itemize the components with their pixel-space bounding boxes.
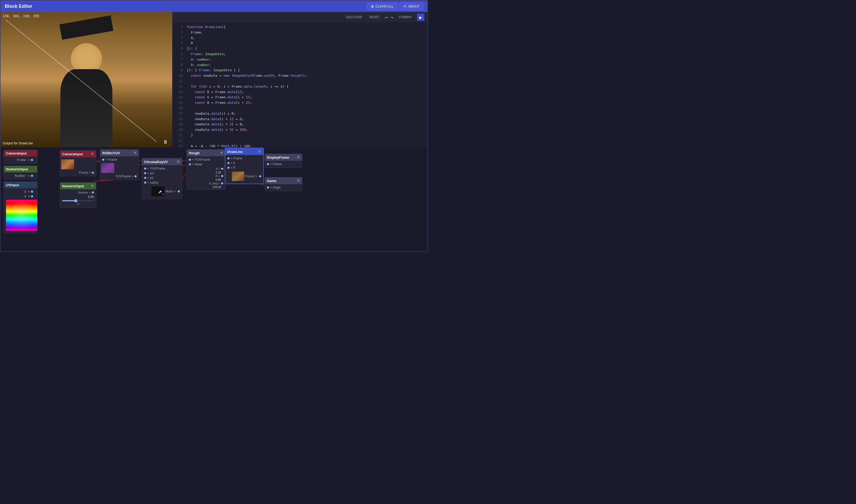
port-dot bbox=[135, 175, 137, 177]
numeric-slider-thumb[interactable] bbox=[74, 199, 77, 202]
code-line-9: 9 }): { Frame: ImageData } { bbox=[172, 68, 427, 73]
camera-input-header[interactable]: CameraInput ✕ bbox=[60, 150, 96, 157]
camera-frame-output: Frame > bbox=[60, 170, 96, 175]
rgbtoyuv-thumb bbox=[101, 163, 114, 173]
undo-button[interactable]: ↩ bbox=[385, 15, 388, 20]
camera-input-close[interactable]: ✕ bbox=[91, 152, 94, 156]
drawline-close[interactable]: ✕ bbox=[258, 149, 261, 154]
drawline-block[interactable]: DrawLine ✕ < Frame < A < R bbox=[225, 148, 264, 184]
code-toolbar: SOLUTION RESET ↩ ↪ FORMAT ▶ bbox=[172, 12, 427, 22]
displayframe-block[interactable]: DisplayFrame ✕ < Frame bbox=[265, 154, 302, 168]
block-palette: CameraInput Frame > NumericInput Number … bbox=[4, 150, 37, 233]
hough-close[interactable]: ✕ bbox=[220, 151, 223, 155]
header-buttons: ⊠ CLEAR ALL ↺ ABOUT bbox=[367, 3, 423, 10]
app-container: Block Editor ⊠ CLEAR ALL ↺ ABOUT bbox=[0, 0, 428, 252]
about-button[interactable]: ↺ ABOUT bbox=[399, 3, 423, 10]
code-line-23: 23 A = -A - (90 * Math.PI) / 180; bbox=[172, 144, 427, 147]
numeric-input-body: Number > 9.00 9 bbox=[60, 189, 96, 208]
block-title: DisplayFrame bbox=[267, 156, 289, 159]
hough-adeg-output: A_Deg > bbox=[187, 181, 225, 185]
port-dot bbox=[221, 168, 223, 170]
game-close[interactable]: ✕ bbox=[297, 179, 300, 183]
game-header[interactable]: Game ✕ bbox=[265, 177, 302, 184]
port-dot bbox=[144, 167, 146, 169]
numeric-input-block[interactable]: NumericInput ✕ Number > 9.00 bbox=[60, 182, 96, 208]
drawline-header[interactable]: DrawLine ✕ bbox=[225, 148, 263, 155]
block-title: RGBtoYUV bbox=[102, 151, 120, 155]
numeric-input-close[interactable]: ✕ bbox=[91, 184, 94, 188]
code-panel: SOLUTION RESET ↩ ↪ FORMAT ▶ 1 function D… bbox=[172, 12, 427, 147]
palette-camera-input[interactable]: CameraInput Frame > bbox=[4, 150, 37, 164]
port-dot bbox=[92, 172, 94, 174]
chromakeyuv-header[interactable]: ChromaKeyUV ✕ bbox=[142, 158, 182, 165]
hough-a-value: 2.20 bbox=[187, 171, 225, 174]
code-line-4: 4 R bbox=[172, 40, 427, 46]
code-line-16: 16 bbox=[172, 106, 427, 111]
chromakeyuv-mask-thumb bbox=[151, 186, 164, 196]
code-line-12: 12 for (let i = 0; i < Frame.data.length… bbox=[172, 84, 427, 89]
palette-numeric-header: NumericInput bbox=[4, 166, 37, 173]
hough-block[interactable]: Hough ✕ < YUVFrame < Mask A > bbox=[186, 149, 226, 190]
redo-button[interactable]: ↪ bbox=[391, 15, 394, 20]
code-line-8: 8 R: number; bbox=[172, 62, 427, 68]
block-title: DrawLine bbox=[227, 150, 243, 154]
rgbtoyuv-block[interactable]: RGBtoYUV ✕ < Frame YUVFrame > bbox=[100, 149, 139, 180]
main-content: 138, 102, 150, 255 Output for DrawLine ⏸… bbox=[1, 12, 427, 251]
port-dot bbox=[227, 167, 230, 169]
block-title: Game bbox=[267, 179, 276, 183]
uv-color-picker[interactable] bbox=[6, 200, 35, 231]
rgbtoyuv-header[interactable]: RGBtoYUV ✕ bbox=[100, 149, 139, 156]
block-title: CameraInput bbox=[62, 152, 83, 156]
palette-uv-body: U > V > bbox=[4, 188, 37, 233]
port-dot bbox=[92, 192, 94, 194]
port-dot bbox=[267, 163, 269, 165]
displayframe-header[interactable]: DisplayFrame ✕ bbox=[265, 154, 302, 161]
numeric-input-header[interactable]: NumericInput ✕ bbox=[60, 183, 96, 189]
numeric-number-output: Number > bbox=[60, 191, 96, 195]
port-dot bbox=[189, 163, 191, 165]
code-editor[interactable]: 1 function DrawLine({ 2 Frame, 3 A, 4 R bbox=[172, 22, 427, 147]
reset-button[interactable]: RESET bbox=[368, 15, 382, 20]
video-panel: 138, 102, 150, 255 Output for DrawLine ⏸ bbox=[1, 12, 172, 147]
clear-all-button[interactable]: ⊠ CLEAR ALL bbox=[367, 3, 397, 10]
play-button[interactable]: ▶ bbox=[417, 14, 424, 21]
block-editor-canvas[interactable]: CameraInput Frame > NumericInput Number … bbox=[1, 147, 427, 251]
block-title: ChromaKeyUV bbox=[144, 160, 168, 164]
code-line-13: 13 const R = Frame.data[i]; bbox=[172, 89, 427, 95]
game-angle-input: < Angle bbox=[265, 185, 302, 190]
code-line-20: 20 newData.data[i + 3] = 255; bbox=[172, 127, 427, 133]
code-line-5: 5 }): { bbox=[172, 46, 427, 52]
code-line-3: 3 A, bbox=[172, 35, 427, 41]
port-dot bbox=[189, 159, 191, 161]
code-line-1: 1 function DrawLine({ bbox=[172, 24, 427, 30]
palette-uv-header: UVInput bbox=[4, 182, 37, 188]
hough-a-output: A > bbox=[187, 167, 225, 171]
hough-mask-input: < Mask bbox=[187, 162, 225, 167]
code-line-21: 21 } bbox=[172, 133, 427, 138]
port-dot bbox=[31, 159, 33, 161]
port-dot bbox=[31, 195, 33, 197]
drawline-frame-output-row: Frame > bbox=[225, 170, 263, 183]
code-line-22: 22 bbox=[172, 138, 427, 144]
camera-input-block[interactable]: CameraInput ✕ Frame > bbox=[60, 150, 96, 176]
hough-header[interactable]: Hough ✕ bbox=[187, 149, 225, 156]
chromakeyuv-yuvframe-input: < YUVFrame bbox=[142, 166, 182, 171]
chromakeyuv-block[interactable]: ChromaKeyUV ✕ < YUVFrame < pU < pV bbox=[142, 158, 182, 199]
palette-numeric-input[interactable]: NumericInput Number > bbox=[4, 166, 37, 179]
pause-button[interactable]: ⏸ bbox=[163, 139, 168, 145]
displayframe-close[interactable]: ✕ bbox=[297, 155, 300, 159]
rgbtoyuv-close[interactable]: ✕ bbox=[133, 151, 137, 155]
chromakeyuv-close[interactable]: ✕ bbox=[176, 160, 180, 164]
numeric-slider-value: 9 bbox=[62, 202, 94, 205]
rgbtoyuv-yuvframe-output: YUVFrame > bbox=[100, 174, 139, 179]
game-block[interactable]: Game ✕ < Angle bbox=[265, 177, 302, 191]
port-dot bbox=[259, 175, 261, 177]
numeric-number-port: Number > bbox=[6, 174, 35, 178]
top-section: 138, 102, 150, 255 Output for DrawLine ⏸… bbox=[1, 12, 427, 147]
block-title: Hough bbox=[189, 151, 199, 155]
format-button[interactable]: FORMAT bbox=[397, 15, 414, 20]
solution-button[interactable]: SOLUTION bbox=[344, 15, 364, 20]
drawline-frame-input: < Frame bbox=[225, 156, 263, 161]
chromakeyuv-pu-input: < pU bbox=[142, 171, 182, 176]
palette-uv-input[interactable]: UVInput U > V > bbox=[4, 181, 37, 233]
